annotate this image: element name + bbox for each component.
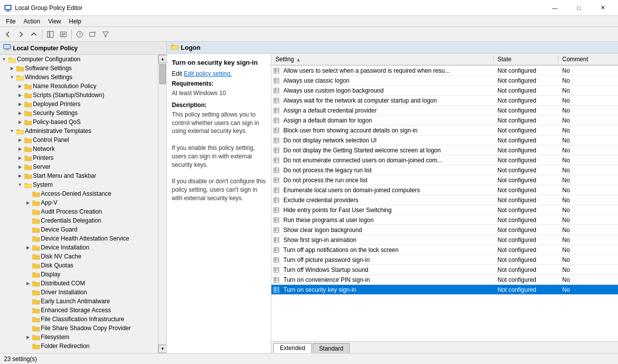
settings-row-1[interactable]: Always use classic logonNot configuredNo: [271, 76, 618, 86]
tree-item-disk-quotas[interactable]: Disk Quotas: [0, 261, 158, 270]
tree-item-device-health[interactable]: Device Health Attestation Service: [0, 234, 158, 243]
expand-icon-file-share-shadow[interactable]: [24, 324, 32, 332]
settings-row-18[interactable]: Turn off app notifications on the lock s…: [271, 245, 618, 255]
menu-file[interactable]: File: [2, 17, 19, 26]
tab-extended[interactable]: Extended: [273, 343, 312, 353]
expand-icon-device-health[interactable]: [24, 235, 32, 243]
tree-item-credentials-delegation[interactable]: Credentials Delegation: [0, 216, 158, 225]
tree-item-disk-nv[interactable]: Disk NV Cache: [0, 252, 158, 261]
tree-item-control-panel[interactable]: Control Panel: [0, 135, 158, 144]
col-header-comment[interactable]: Comment: [558, 56, 618, 63]
expand-icon-name-resolution[interactable]: [16, 82, 24, 90]
tree-item-policy-qos[interactable]: Policy-based QoS: [0, 118, 158, 126]
tree-item-scripts[interactable]: Scripts (Startup/Shutdown): [0, 91, 158, 100]
expand-icon-disk-quotas[interactable]: [24, 261, 32, 269]
toolbar-help[interactable]: ?: [74, 28, 86, 40]
settings-list[interactable]: Allow users to select when a password is…: [271, 66, 618, 341]
tree-item-audit-process[interactable]: Audit Process Creation: [0, 207, 158, 216]
expand-icon-network[interactable]: [16, 145, 24, 153]
settings-row-0[interactable]: Allow users to select when a password is…: [271, 66, 618, 76]
expand-icon-start-menu[interactable]: [16, 172, 24, 180]
tree-item-computer-config[interactable]: Computer Configuration: [0, 55, 158, 64]
tree-item-file-share-shadow[interactable]: File Share Shadow Copy Provider: [0, 324, 158, 333]
settings-row-7[interactable]: Do not display network selection UINot c…: [271, 135, 618, 145]
col-header-state[interactable]: State: [494, 56, 558, 63]
settings-row-11[interactable]: Do not process the run once listNot conf…: [271, 175, 618, 185]
expand-icon-windows-settings[interactable]: [8, 73, 16, 81]
settings-row-22[interactable]: Turn on security key sign-inNot configur…: [271, 285, 618, 295]
settings-row-16[interactable]: Show clear logon backgroundNot configure…: [271, 225, 618, 235]
tree-item-app-v[interactable]: App-V: [0, 198, 158, 207]
tree-item-network[interactable]: Network: [0, 144, 158, 153]
tree-item-windows-settings[interactable]: Windows Settings: [0, 73, 158, 82]
expand-icon-access-denied[interactable]: [24, 190, 32, 198]
tree-item-security-settings[interactable]: Security Settings: [0, 109, 158, 118]
col-header-setting[interactable]: Setting ▲: [271, 56, 494, 63]
expand-icon-device-installation[interactable]: [24, 243, 32, 251]
tree-item-early-launch[interactable]: Early Launch Antimalware: [0, 297, 158, 306]
settings-row-8[interactable]: Do not display the Getting Started welco…: [271, 145, 618, 155]
tree-item-file-classification[interactable]: File Classification Infrastructure: [0, 315, 158, 324]
close-button[interactable]: ✕: [591, 3, 614, 13]
settings-row-3[interactable]: Always wait for the network at computer …: [271, 96, 618, 106]
tree-scrollbar[interactable]: ▲ ▼: [158, 55, 166, 353]
expand-icon-filesystem[interactable]: [24, 333, 32, 341]
toolbar-properties[interactable]: [57, 28, 69, 40]
tree-item-folder-redirection[interactable]: Folder Redirection: [0, 342, 158, 351]
toolbar-filter[interactable]: [100, 28, 112, 40]
expand-icon-admin-templates[interactable]: [8, 127, 16, 135]
settings-row-13[interactable]: Exclude credential providersNot configur…: [271, 195, 618, 205]
tree-item-enhanced-storage[interactable]: Enhanced Storage Access: [0, 306, 158, 315]
tree-item-admin-templates[interactable]: Administrative Templates: [0, 126, 158, 135]
settings-row-21[interactable]: Turn on convenience PIN sign-inNot confi…: [271, 275, 618, 285]
expand-icon-control-panel[interactable]: [16, 136, 24, 144]
settings-row-17[interactable]: Show first sign-in animationNot configur…: [271, 235, 618, 245]
settings-row-12[interactable]: Enumerate local users on domain-joined c…: [271, 185, 618, 195]
toolbar-up[interactable]: [28, 28, 40, 40]
tree-item-software-settings[interactable]: Software Settings: [0, 64, 158, 73]
expand-icon-software-settings[interactable]: [8, 64, 16, 72]
settings-row-6[interactable]: Block user from showing account details …: [271, 125, 618, 135]
expand-icon-driver-installation[interactable]: [24, 288, 32, 296]
scroll-up-btn[interactable]: ▲: [158, 55, 166, 63]
minimize-button[interactable]: —: [543, 3, 566, 13]
expand-icon-system[interactable]: [16, 181, 24, 189]
tree-item-name-resolution[interactable]: Name Resolution Policy: [0, 82, 158, 91]
tree-item-start-menu[interactable]: Start Menu and Taskbar: [0, 171, 158, 180]
tree-item-printers[interactable]: Printers: [0, 153, 158, 162]
tree-item-server[interactable]: Server: [0, 162, 158, 171]
expand-icon-audit-process[interactable]: [24, 208, 32, 216]
menu-view[interactable]: View: [44, 17, 65, 26]
settings-row-20[interactable]: Turn off Windows Startup soundNot config…: [271, 265, 618, 275]
tree-item-device-guard[interactable]: Device Guard: [0, 225, 158, 234]
toolbar-forward[interactable]: [15, 28, 27, 40]
expand-icon-app-v[interactable]: [24, 199, 32, 207]
settings-row-2[interactable]: Always use custom logon backgroundNot co…: [271, 86, 618, 96]
tree-item-distributed-com[interactable]: Distributed COM: [0, 279, 158, 288]
settings-row-14[interactable]: Hide entry points for Fast User Switchin…: [271, 205, 618, 215]
tree-item-deployed-printers[interactable]: Deployed Printers: [0, 100, 158, 109]
expand-icon-scripts[interactable]: [16, 91, 24, 99]
menu-action[interactable]: Action: [19, 17, 44, 26]
toolbar-export[interactable]: [87, 28, 99, 40]
expand-icon-policy-qos[interactable]: [16, 118, 24, 126]
settings-row-10[interactable]: Do not process the legacy run listNot co…: [271, 165, 618, 175]
expand-icon-security-settings[interactable]: [16, 109, 24, 117]
expand-icon-deployed-printers[interactable]: [16, 100, 24, 108]
tree-item-access-denied[interactable]: Access-Denied Assistance: [0, 189, 158, 198]
settings-row-5[interactable]: Assign a default domain for logonNot con…: [271, 116, 618, 125]
expand-icon-file-classification[interactable]: [24, 315, 32, 323]
tree-item-driver-installation[interactable]: Driver Installation: [0, 288, 158, 297]
expand-icon-printers[interactable]: [16, 154, 24, 162]
expand-icon-device-guard[interactable]: [24, 226, 32, 234]
expand-icon-early-launch[interactable]: [24, 297, 32, 305]
expand-icon-disk-nv[interactable]: [24, 252, 32, 260]
tree-container[interactable]: Computer ConfigurationSoftware SettingsW…: [0, 55, 158, 353]
expand-icon-folder-redirection[interactable]: [24, 342, 32, 350]
expand-icon-computer-config[interactable]: [0, 55, 8, 63]
expand-icon-server[interactable]: [16, 163, 24, 171]
tree-item-display[interactable]: Display: [0, 270, 158, 279]
settings-row-19[interactable]: Turn off picture password sign-inNot con…: [271, 255, 618, 265]
expand-icon-credentials-delegation[interactable]: [24, 217, 32, 225]
toolbar-back[interactable]: [2, 28, 14, 40]
